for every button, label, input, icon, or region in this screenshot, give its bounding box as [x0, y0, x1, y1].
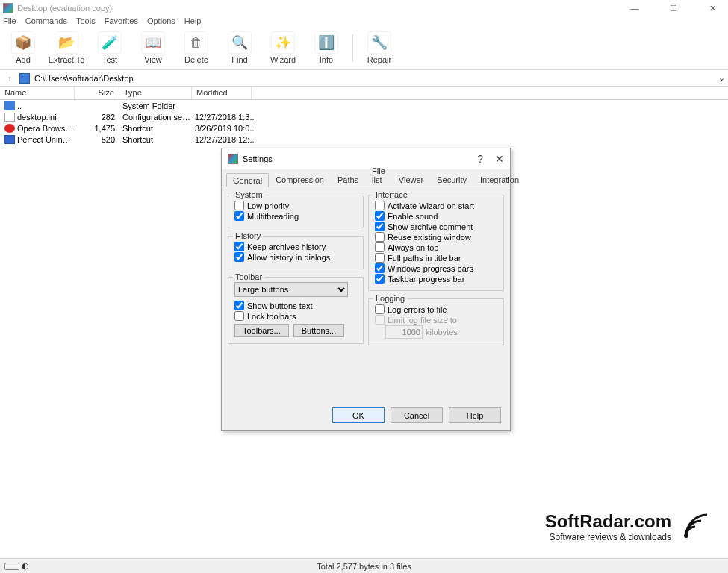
lbl-low-priority: Low priority [247, 201, 289, 210]
toolbar-size-select[interactable]: Large buttons [234, 282, 348, 297]
tool-view-icon: 📖 [141, 31, 165, 54]
chk-taskbar-progress[interactable] [375, 274, 385, 284]
path-dropdown[interactable]: ⌄ [718, 73, 725, 83]
lbl-reuse-window: Reuse existing window [388, 233, 471, 242]
tool-label: Test [102, 55, 117, 64]
chk-log-errors[interactable] [375, 304, 385, 314]
maximize-button[interactable]: ☐ [661, 4, 686, 13]
dialog-icon [228, 154, 238, 164]
lbl-show-buttons-text: Show buttons text [247, 301, 312, 310]
col-modified[interactable]: Modified [192, 87, 252, 99]
chk-multithreading[interactable] [234, 211, 244, 221]
lbl-full-paths-title: Full paths in title bar [388, 254, 461, 263]
lbl-allow-history: Allow history in dialogs [247, 253, 330, 262]
lbl-kilobytes: kilobytes [426, 328, 458, 336]
tab-viewer[interactable]: Viewer [392, 172, 430, 187]
menubar: FileCommandsToolsFavoritesOptionsHelp [0, 16, 728, 30]
settings-dialog: Settings ? ✕ GeneralCompressionPathsFile… [221, 148, 511, 431]
tool-label: Extract To [49, 55, 85, 64]
tool-add-icon: 📦 [11, 31, 35, 54]
lbl-always-on-top: Always on top [388, 243, 438, 252]
chk-low-priority[interactable] [234, 201, 244, 210]
menu-file[interactable]: File [3, 16, 16, 30]
col-size[interactable]: Size [75, 87, 119, 99]
tool-delete-icon: 🗑 [184, 31, 208, 54]
menu-commands[interactable]: Commands [25, 16, 67, 30]
legend-logging: Logging [373, 294, 407, 303]
tool-wizard-icon: ✨ [271, 31, 295, 54]
tool-find[interactable]: 🔍Find [221, 31, 258, 69]
app-icon [3, 3, 13, 13]
tool-test[interactable]: 🧪Test [91, 31, 128, 69]
file-type: Shortcut [119, 124, 192, 133]
dialog-close-button[interactable]: ✕ [495, 153, 504, 165]
tab-compression[interactable]: Compression [269, 172, 331, 187]
lbl-enable-sound: Enable sound [388, 212, 438, 221]
file-name: desktop.ini [17, 113, 75, 122]
close-button[interactable]: ✕ [700, 4, 725, 13]
tool-extract-to[interactable]: 📂Extract To [48, 31, 85, 69]
minimize-button[interactable]: — [622, 4, 647, 13]
tool-view[interactable]: 📖View [134, 31, 172, 69]
path-input[interactable] [33, 73, 715, 84]
chk-show-buttons-text[interactable] [234, 301, 244, 310]
file-type: System Folder [119, 101, 192, 110]
chk-keep-history[interactable] [234, 242, 244, 251]
status-icon [4, 563, 19, 570]
chk-full-paths-title[interactable] [375, 253, 385, 263]
chk-activate-wizard[interactable] [375, 201, 385, 210]
menu-options[interactable]: Options [147, 16, 175, 30]
group-toolbar: Toolbar Large buttons Show buttons text … [228, 277, 364, 344]
legend-interface: Interface [373, 190, 410, 199]
tool-delete[interactable]: 🗑Delete [178, 31, 215, 69]
help-button[interactable]: Help [449, 407, 501, 423]
tab-paths[interactable]: Paths [331, 172, 365, 187]
menu-help[interactable]: Help [184, 16, 202, 30]
chk-lock-toolbars[interactable] [234, 311, 244, 321]
tab-general[interactable]: General [226, 173, 269, 187]
chk-limit-log [375, 315, 385, 325]
toolbars-button[interactable]: Toolbars... [234, 324, 289, 337]
tool-add[interactable]: 📦Add [4, 31, 42, 69]
tool-repair-icon: 🔧 [367, 31, 391, 54]
col-type[interactable]: Type [119, 87, 192, 99]
lbl-taskbar-progress: Taskbar progress bar [388, 275, 464, 284]
tool-test-icon: 🧪 [98, 31, 122, 54]
ok-button[interactable]: OK [332, 407, 385, 423]
file-row[interactable]: Perfect Uninstall...820Shortcut12/27/201… [0, 134, 728, 145]
up-button[interactable]: ↑ [3, 74, 16, 83]
tab-integration[interactable]: Integration [473, 172, 526, 187]
settings-tabs: GeneralCompressionPathsFile listViewerSe… [222, 171, 510, 187]
buttons-button[interactable]: Buttons... [293, 324, 344, 337]
settings-pane: System Low priority Multithreading Histo… [222, 187, 510, 348]
legend-toolbar: Toolbar [233, 272, 264, 281]
col-name[interactable]: Name [0, 87, 75, 99]
tool-info[interactable]: ℹ️Info [308, 31, 345, 69]
help-icon[interactable]: ? [477, 153, 483, 165]
drive-icon [19, 73, 30, 84]
chk-always-on-top[interactable] [375, 242, 385, 252]
tool-wizard[interactable]: ✨Wizard [264, 31, 302, 69]
menu-favorites[interactable]: Favorites [105, 16, 138, 30]
group-history: History Keep archives history Allow hist… [228, 236, 364, 269]
tool-repair[interactable]: 🔧Repair [361, 31, 398, 69]
chk-allow-history[interactable] [234, 252, 244, 262]
file-size: 282 [75, 113, 119, 122]
file-row[interactable]: desktop.ini282Configuration setti..12/27… [0, 111, 728, 122]
chk-windows-progress[interactable] [375, 263, 385, 273]
radar-icon [677, 509, 713, 545]
lbl-multithreading: Multithreading [247, 212, 299, 221]
lbl-lock-toolbars: Lock toolbars [247, 312, 296, 321]
tab-security[interactable]: Security [430, 172, 473, 187]
cancel-button[interactable]: Cancel [391, 407, 443, 423]
tool-label: Find [231, 55, 247, 64]
tool-label: Add [16, 55, 31, 64]
titlebar: Desktop (evaluation copy) — ☐ ✕ [0, 0, 728, 16]
file-row[interactable]: Opera Browser.lnk1,475Shortcut3/26/2019 … [0, 122, 728, 134]
chk-reuse-window[interactable] [375, 232, 385, 242]
chk-enable-sound[interactable] [375, 211, 385, 221]
chk-show-comment[interactable] [375, 222, 385, 231]
tab-file-list[interactable]: File list [365, 163, 392, 187]
menu-tools[interactable]: Tools [76, 16, 96, 30]
file-row[interactable]: ..System Folder [0, 100, 728, 111]
